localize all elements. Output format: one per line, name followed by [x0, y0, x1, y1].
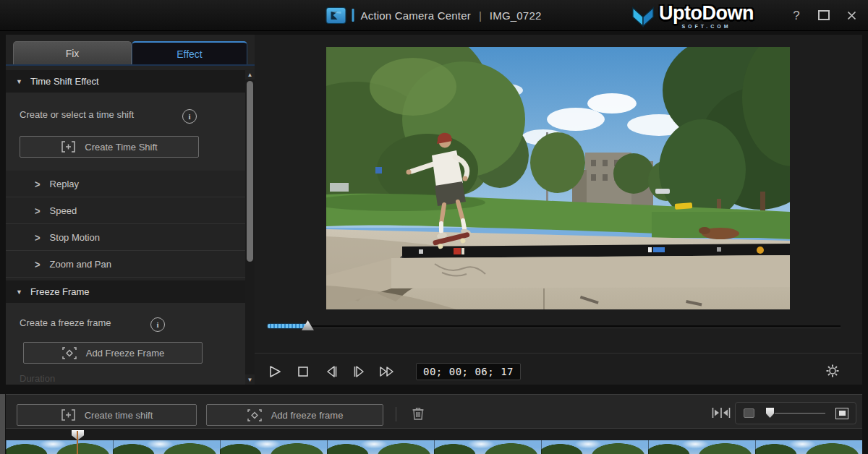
duration-label: Duration — [20, 373, 55, 384]
tab-effect[interactable]: Effect — [132, 41, 247, 66]
section-label: Time Shift Effect — [30, 76, 99, 87]
scroll-down-arrow-icon[interactable]: ▼ — [245, 374, 255, 385]
title-separator: | — [477, 9, 483, 22]
time-shift-hint: Create or select a time shift — [20, 109, 203, 120]
chevron-right-icon: > — [35, 204, 41, 216]
section-zoom-and-pan[interactable]: > Zoom and Pan — [6, 251, 245, 278]
zoom-out-icon[interactable] — [744, 408, 754, 418]
video-preview — [326, 47, 790, 309]
app-title: Action Camera Center — [361, 9, 471, 22]
window-title: Action Camera Center | IMG_0722 — [327, 0, 542, 30]
triangle-down-icon: ▼ — [16, 288, 22, 296]
stop-button[interactable] — [294, 363, 312, 380]
info-icon[interactable]: i — [182, 109, 197, 124]
file-name: IMG_0722 — [490, 9, 542, 22]
freeze-frame-icon — [247, 408, 263, 422]
timeline-thumbnails[interactable] — [6, 440, 862, 454]
add-brackets-icon — [61, 140, 76, 153]
next-frame-button[interactable] — [351, 363, 368, 380]
freeze-frame-hint: Create a freeze frame — [20, 317, 203, 328]
scrollbar-thumb[interactable] — [247, 81, 253, 262]
playhead-line — [77, 431, 78, 454]
zoom-slider-handle[interactable] — [766, 408, 774, 418]
section-label: Zoom and Pan — [50, 259, 111, 270]
timecode-display: 00; 00; 06; 17 — [416, 363, 521, 380]
chevron-right-icon: > — [35, 257, 41, 270]
timeline-ruler[interactable] — [6, 428, 862, 441]
help-button[interactable]: ? — [790, 9, 803, 22]
maximize-button[interactable] — [817, 9, 830, 22]
app-logo-bar-icon — [352, 9, 354, 22]
section-replay[interactable]: > Replay — [6, 171, 245, 197]
info-icon[interactable]: i — [150, 317, 165, 332]
watermark-brand: UptoDown — [659, 4, 754, 23]
timeline-zoom-control — [735, 402, 856, 424]
app-logo-icon — [327, 8, 346, 23]
freeze-frame-icon — [61, 346, 77, 360]
window-controls: ? — [790, 0, 858, 30]
time-shift-section-body: Create or select a time shift i Create T… — [6, 93, 245, 171]
create-time-shift-button[interactable]: Create Time Shift — [20, 136, 199, 158]
tabstrip-divider — [6, 64, 255, 66]
effects-sidebar: Fix Effect ▼ Time Shift Effect Create or… — [6, 35, 255, 385]
section-label: Speed — [50, 205, 77, 216]
chevron-right-icon: > — [35, 231, 41, 243]
section-speed[interactable]: > Speed — [6, 197, 245, 224]
seek-progress — [268, 324, 307, 328]
zoom-in-icon[interactable] — [835, 408, 848, 419]
scroll-up-arrow-icon[interactable]: ▲ — [245, 69, 255, 80]
add-freeze-frame-toolbar-button[interactable]: Add freeze frame — [206, 404, 383, 426]
window-edge — [0, 394, 5, 454]
fit-timeline-icon[interactable] — [711, 406, 731, 419]
uptodown-watermark: UptoDown SOFT.COM — [630, 4, 754, 29]
seek-bar[interactable] — [268, 325, 841, 328]
previous-frame-button[interactable] — [323, 363, 340, 380]
section-time-shift-effect[interactable]: ▼ Time Shift Effect — [6, 70, 245, 93]
watermark-domain: SOFT.COM — [681, 24, 731, 29]
delete-trash-icon[interactable] — [409, 405, 427, 422]
play-button[interactable] — [266, 363, 284, 380]
timeline-toolbar: Create time shift Add freeze frame — [6, 394, 862, 429]
triangle-down-icon: ▼ — [16, 78, 22, 85]
chevron-right-icon: > — [35, 177, 41, 189]
zoom-slider[interactable] — [762, 403, 828, 424]
settings-gear-icon[interactable] — [823, 361, 842, 380]
add-freeze-frame-button[interactable]: Add Freeze Frame — [23, 342, 203, 364]
add-brackets-icon — [61, 408, 76, 421]
sidebar-scrollbar[interactable]: ▲ ▼ — [245, 69, 255, 385]
fast-forward-button[interactable] — [379, 363, 396, 380]
uptodown-arrow-icon — [630, 4, 656, 28]
section-freeze-frame[interactable]: ▼ Freeze Frame — [6, 280, 245, 303]
toolbar-divider — [396, 407, 396, 421]
tab-fix[interactable]: Fix — [13, 41, 132, 65]
create-time-shift-toolbar-button[interactable]: Create time shift — [17, 404, 197, 426]
app-window: Action Camera Center | IMG_0722 ? UptoDo… — [0, 0, 868, 454]
section-label: Freeze Frame — [30, 286, 90, 297]
section-label: Replay — [50, 179, 79, 189]
zoom-slider-track — [775, 413, 825, 414]
close-button[interactable] — [845, 9, 858, 22]
preview-panel: 00; 00; 06; 17 — [255, 35, 862, 385]
section-stop-motion[interactable]: > Stop Motion — [6, 224, 245, 251]
section-label: Stop Motion — [50, 232, 100, 243]
controls-divider — [255, 353, 862, 354]
playback-controls: 00; 00; 06; 17 — [266, 359, 521, 384]
